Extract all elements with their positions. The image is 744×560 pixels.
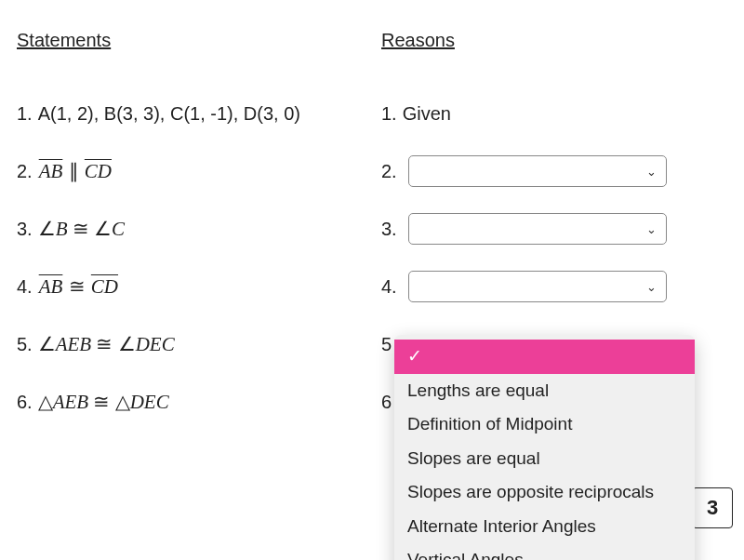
stmt-math-2: AB ∥ CD <box>38 160 113 183</box>
page-number-button[interactable]: 3 <box>692 487 733 528</box>
reason-num-3: 3. <box>381 219 397 240</box>
statement-row-6: 6. △AEB ≅ △DEC <box>17 373 381 431</box>
dropdown-option[interactable]: Alternate Interior Angles <box>394 510 695 544</box>
reason-row-2: 2. ⌄ <box>381 142 727 200</box>
statement-row-2: 2. AB ∥ CD <box>17 142 381 200</box>
reason-num-2: 2. <box>381 161 397 182</box>
stmt-num-6: 6. <box>17 392 33 413</box>
reasons-header: Reasons <box>381 30 727 51</box>
dropdown-option[interactable]: Slopes are equal <box>394 442 695 476</box>
chevron-down-icon: ⌄ <box>646 165 657 179</box>
reason-text-1: Given <box>403 103 451 125</box>
reason-num-6: 6 <box>381 392 392 413</box>
stmt-math-5: ∠AEB ≅ ∠DEC <box>38 333 175 356</box>
check-icon: ✓ <box>407 346 422 366</box>
statement-row-5: 5. ∠AEB ≅ ∠DEC <box>17 315 381 373</box>
stmt-num-3: 3. <box>17 219 33 240</box>
dropdown-option-selected[interactable]: ✓ <box>394 340 695 374</box>
stmt-math-6: △AEB ≅ △DEC <box>38 391 169 414</box>
reason-dropdown-open[interactable]: ✓ Lengths are equal Definition of Midpoi… <box>394 335 695 560</box>
dropdown-option[interactable]: Definition of Midpoint <box>394 407 695 442</box>
statement-row-4: 4. AB ≅ CD <box>17 258 381 315</box>
stmt-text-1: A(1, 2), B(3, 3), C(1, -1), D(3, 0) <box>38 103 300 125</box>
reason-num-1: 1. <box>381 103 397 125</box>
chevron-down-icon: ⌄ <box>646 222 657 236</box>
stmt-num-5: 5. <box>17 334 33 355</box>
reason-select-2[interactable]: ⌄ <box>408 155 667 187</box>
stmt-num-1: 1. <box>17 103 33 125</box>
reason-row-1: 1. Given <box>381 85 727 142</box>
reason-select-4[interactable]: ⌄ <box>408 271 667 302</box>
dropdown-option[interactable]: Vertical Angles <box>394 543 695 560</box>
chevron-down-icon: ⌄ <box>646 280 657 294</box>
reason-row-3: 3. ⌄ <box>381 200 727 258</box>
statement-row-1: 1. A(1, 2), B(3, 3), C(1, -1), D(3, 0) <box>17 85 381 142</box>
stmt-num-4: 4. <box>17 276 33 298</box>
reason-num-4: 4. <box>381 276 397 298</box>
stmt-math-4: AB ≅ CD <box>38 275 119 299</box>
statements-header: Statements <box>17 30 381 51</box>
statement-row-3: 3. ∠B ≅ ∠C <box>17 200 381 258</box>
reason-num-5: 5 <box>381 334 392 355</box>
dropdown-option[interactable]: Slopes are opposite reciprocals <box>394 475 695 510</box>
reason-row-4: 4. ⌄ <box>381 258 727 315</box>
reason-select-3[interactable]: ⌄ <box>408 213 667 245</box>
stmt-math-3: ∠B ≅ ∠C <box>38 218 125 241</box>
dropdown-option[interactable]: Lengths are equal <box>394 374 695 408</box>
stmt-num-2: 2. <box>17 161 33 182</box>
